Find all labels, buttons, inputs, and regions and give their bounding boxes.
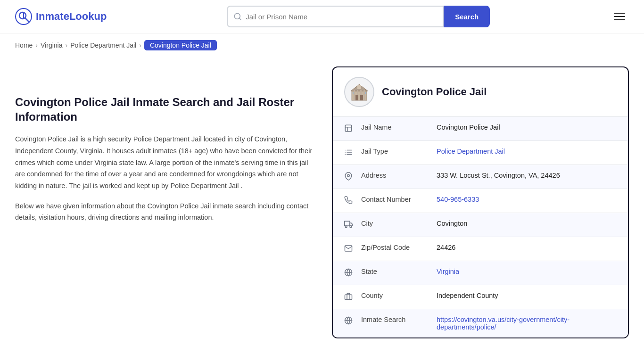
state-value: Virginia: [437, 268, 617, 275]
jail-type-icon: [344, 148, 355, 158]
search-wrapper: [227, 6, 444, 27]
svg-rect-7: [355, 95, 358, 100]
address-icon: [344, 172, 355, 182]
info-row-city: City Covington: [333, 213, 628, 237]
county-icon: [344, 292, 355, 302]
info-row-zip: Zip/Postal Code 24426: [333, 237, 628, 261]
inmate-search-icon: [344, 316, 355, 326]
state-icon: [344, 268, 355, 278]
left-column: Covington Police Jail Inmate Search and …: [15, 66, 317, 338]
description-2: Below we have given information about th…: [15, 200, 317, 223]
svg-rect-27: [345, 221, 350, 226]
county-label: County: [361, 292, 437, 299]
city-value: Covington: [437, 220, 617, 227]
phone-icon: [344, 196, 355, 206]
state-link[interactable]: Virginia: [437, 268, 459, 275]
chevron-icon-3: ›: [139, 41, 141, 49]
svg-line-2: [25, 18, 29, 22]
info-row-contact: Contact Number 540-965-6333: [333, 189, 628, 213]
svg-marker-28: [350, 223, 352, 226]
svg-rect-13: [354, 90, 355, 100]
header: InmateLookup Search: [0, 0, 644, 33]
info-row-state: State Virginia: [333, 261, 628, 285]
hamburger-line2: [614, 16, 625, 17]
info-row-inmate-search: Inmate Search https://covington.va.us/ci…: [333, 309, 628, 337]
search-area: Search: [227, 6, 490, 27]
city-label: City: [361, 220, 437, 227]
jail-avatar: [344, 77, 374, 107]
inmate-search-label: Inmate Search: [361, 316, 437, 323]
city-icon: [344, 220, 355, 230]
info-row-jail-type: Jail Type Police Department Jail: [333, 141, 628, 165]
jail-type-link[interactable]: Police Department Jail: [437, 148, 505, 155]
address-label: Address: [361, 172, 437, 179]
svg-rect-17: [345, 125, 352, 132]
description-1: Covington Police Jail is a high security…: [15, 133, 317, 191]
search-input[interactable]: [246, 13, 437, 21]
hamburger-menu-button[interactable]: [610, 9, 629, 24]
chevron-icon-1: ›: [35, 41, 38, 49]
svg-point-29: [345, 226, 347, 228]
breadcrumb-home[interactable]: Home: [15, 41, 33, 49]
hamburger-line3: [614, 19, 625, 20]
chevron-icon-2: ›: [65, 41, 67, 49]
svg-rect-16: [360, 90, 362, 95]
page-title: Covington Police Jail Inmate Search and …: [15, 95, 317, 124]
address-value: 333 W. Locust St., Covington, VA, 24426: [437, 172, 617, 179]
breadcrumb-virginia[interactable]: Virginia: [41, 41, 62, 49]
zip-label: Zip/Postal Code: [361, 244, 437, 251]
svg-rect-10: [357, 85, 361, 89]
right-column: Covington Police Jail Jail Name Covingto…: [332, 66, 629, 338]
inmate-search-value: https://covington.va.us/city-government/…: [437, 316, 617, 331]
info-row-jail-name: Jail Name Covington Police Jail: [333, 117, 628, 141]
inmate-search-link[interactable]: https://covington.va.us/city-government/…: [437, 316, 570, 331]
state-label: State: [361, 268, 437, 275]
contact-value: 540-965-6333: [437, 196, 617, 203]
breadcrumb-current: Covington Police Jail: [144, 40, 217, 50]
logo-icon: [15, 8, 32, 25]
jail-name-label: Jail Name: [361, 123, 437, 131]
svg-rect-15: [357, 90, 358, 95]
search-button[interactable]: Search: [444, 6, 490, 27]
breadcrumb-police-department-jail[interactable]: Police Department Jail: [70, 41, 136, 49]
county-value: Independent County: [437, 292, 617, 299]
jail-type-value: Police Department Jail: [437, 148, 617, 155]
hamburger-line1: [614, 13, 625, 14]
contact-link[interactable]: 540-965-6333: [437, 196, 479, 203]
breadcrumb: Home › Virginia › Police Department Jail…: [0, 33, 644, 57]
zip-icon: [344, 244, 355, 254]
info-row-county: County Independent County: [333, 285, 628, 309]
svg-line-5: [239, 18, 241, 19]
main-content: Covington Police Jail Inmate Search and …: [0, 57, 644, 357]
jail-name-value: Covington Police Jail: [437, 123, 617, 131]
building-icon: [349, 82, 370, 102]
svg-rect-14: [363, 90, 365, 100]
info-card: Covington Police Jail Jail Name Covingto…: [332, 66, 629, 338]
logo-text: InmateLookup: [36, 10, 107, 23]
zip-value: 24426: [437, 244, 617, 251]
info-card-header: Covington Police Jail: [333, 67, 628, 117]
search-icon: [233, 12, 242, 21]
info-card-title: Covington Police Jail: [382, 86, 487, 98]
jail-type-label: Jail Type: [361, 148, 437, 155]
logo-link[interactable]: InmateLookup: [15, 8, 107, 25]
svg-rect-33: [345, 295, 352, 300]
svg-point-26: [347, 174, 350, 177]
svg-rect-8: [360, 95, 363, 100]
contact-label: Contact Number: [361, 196, 437, 203]
info-row-address: Address 333 W. Locust St., Covington, VA…: [333, 165, 628, 189]
svg-point-30: [350, 226, 352, 228]
jail-name-icon: [344, 124, 355, 134]
